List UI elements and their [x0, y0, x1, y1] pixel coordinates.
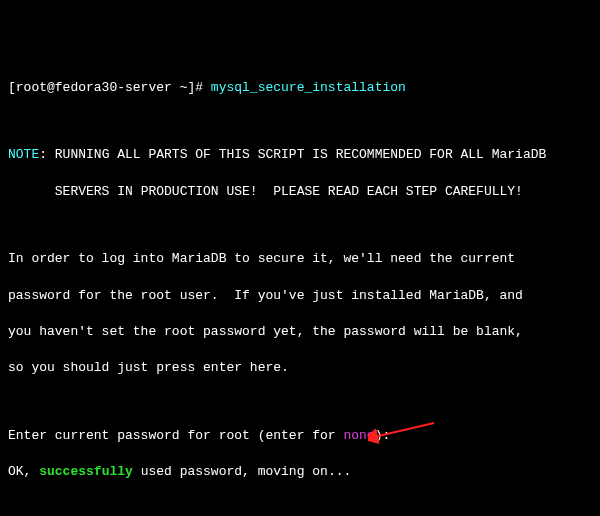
intro-line-4: so you should just press enter here.: [8, 359, 592, 377]
note-line-1: NOTE: RUNNING ALL PARTS OF THIS SCRIPT I…: [8, 146, 592, 164]
ok-line: OK, successfully used password, moving o…: [8, 463, 592, 481]
intro-line-2: password for the root user. If you've ju…: [8, 287, 592, 305]
success-text: successfully: [39, 464, 133, 479]
prompt-line: [root@fedora30-server ~]# mysql_secure_i…: [8, 79, 592, 97]
shell-command: mysql_secure_installation: [211, 80, 406, 95]
enter-password-line: Enter current password for root (enter f…: [8, 427, 592, 445]
note-line-2: SERVERS IN PRODUCTION USE! PLEASE READ E…: [8, 183, 592, 201]
note-label: NOTE: [8, 147, 39, 162]
intro-line-3: you haven't set the root password yet, t…: [8, 323, 592, 341]
intro-line-1: In order to log into MariaDB to secure i…: [8, 250, 592, 268]
none-text: none: [343, 428, 374, 443]
shell-prompt: [root@fedora30-server ~]#: [8, 80, 211, 95]
